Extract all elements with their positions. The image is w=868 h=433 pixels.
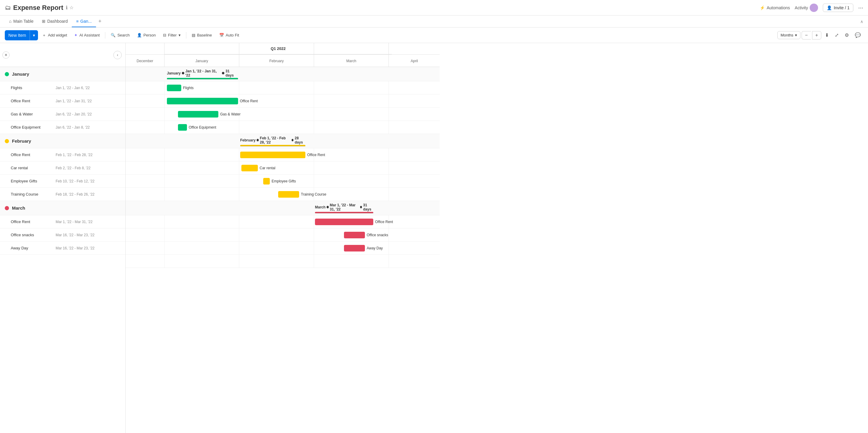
automations-button[interactable]: ⚡ Automations <box>760 5 790 10</box>
plus-icon: ＋ <box>42 33 46 38</box>
baseline-label: Baseline <box>197 33 212 37</box>
item-dates-flights: Jan 1, '22 - Jan 6, '22 <box>56 86 90 90</box>
automations-label: Automations <box>767 5 790 10</box>
office-rent-mar-bar-container: Office Rent <box>315 219 373 225</box>
training-course-bar-container: Training Course <box>278 191 299 198</box>
add-widget-label: Add widget <box>48 33 67 37</box>
expand-button[interactable]: ⤢ <box>832 31 841 40</box>
january-group-bar[interactable] <box>167 78 238 79</box>
download-button[interactable]: ⬇ <box>823 31 831 40</box>
january-duration: 31 days <box>225 69 238 77</box>
item-name-training-course: Training Course <box>11 192 56 196</box>
row-office-rent-mar: Office Rent Mar 1, '22 - Mar 31, '22 <box>0 215 125 228</box>
office-equipment-bar[interactable] <box>178 124 187 131</box>
office-rent-feb-bar[interactable] <box>240 152 305 158</box>
february-group-bar[interactable] <box>240 145 305 146</box>
info-button[interactable]: 💬 <box>852 31 863 40</box>
new-item-dropdown-arrow[interactable]: ▾ <box>30 30 38 40</box>
march-date-range: Mar 1, '22 - Mar 31, '22 <box>330 203 359 211</box>
header-left: 🗂 Expense Report ℹ ☆ <box>5 4 73 12</box>
person-label: Person <box>144 33 156 37</box>
gantt-right-panel: Q1 2022 December January February <box>126 43 868 433</box>
office-rent-mar-bar[interactable] <box>315 219 373 225</box>
filter-label: Filter <box>168 33 177 37</box>
flights-bar[interactable] <box>167 85 181 91</box>
info-icon[interactable]: ℹ <box>66 5 68 10</box>
more-options-button[interactable]: ··· <box>858 4 863 11</box>
january-dot2 <box>222 72 224 74</box>
star-icon[interactable]: ☆ <box>69 5 73 10</box>
settings-button[interactable]: ⚙ <box>842 31 851 40</box>
tab-main-table-label: Main Table <box>13 19 33 24</box>
gantt-row-flights: Flights <box>126 81 440 94</box>
group-name-january: January <box>12 71 29 76</box>
add-widget-button[interactable]: ＋ Add widget <box>39 31 70 40</box>
app-title: Expense Report <box>13 4 63 12</box>
months-dropdown-icon: ▾ <box>795 33 797 37</box>
tab-dashboard-label: Dashboard <box>47 19 68 24</box>
month-label-mar: March <box>314 55 389 67</box>
gantt-row-office-rent-feb: Office Rent <box>126 148 440 161</box>
person-button[interactable]: 👤 Person <box>134 31 159 39</box>
march-group-bar-header: March Mar 1, '22 - Mar 31, '22 31 days <box>315 203 373 211</box>
item-dates-car-rental: Feb 2, '22 - Feb 8, '22 <box>56 166 91 170</box>
collapse-button[interactable]: ‹ <box>113 51 122 59</box>
row-office-rent-feb: Office Rent Feb 1, '22 - Feb 28, '22 <box>0 148 125 161</box>
item-name-employee-gifts: Employee Gifts <box>11 179 56 183</box>
gas-water-bar[interactable] <box>178 111 218 118</box>
avatar <box>810 4 818 12</box>
group-dot-january <box>5 72 9 76</box>
item-dates-gas-water: Jan 6, '22 - Jan 20, '22 <box>56 112 92 116</box>
months-selector[interactable]: Months ▾ <box>777 31 801 39</box>
item-dates-office-rent-mar: Mar 1, '22 - Mar 31, '22 <box>56 220 92 224</box>
office-rent-feb-bar-container: Office Rent <box>240 152 305 158</box>
auto-fit-button[interactable]: 📅 Auto Fit <box>216 31 242 39</box>
person-icon: 👤 <box>827 5 832 10</box>
car-rental-bar[interactable] <box>241 165 258 171</box>
february-bar-label: February <box>240 138 255 142</box>
tab-dashboard[interactable]: ⊞ Dashboard <box>38 16 72 27</box>
zoom-in-button[interactable]: + <box>812 31 822 39</box>
item-name-office-equipment: Office Equipment <box>11 125 56 129</box>
flights-bar-container: Flights <box>167 85 181 91</box>
zoom-out-button[interactable]: − <box>802 31 811 39</box>
gantt-row-office-equipment: Office Equipment <box>126 121 440 134</box>
gantt-row-empty <box>126 255 440 268</box>
employee-gifts-label: Employee Gifts <box>272 179 296 183</box>
away-day-bar[interactable] <box>344 245 365 251</box>
clear-button[interactable]: ✕ <box>2 52 9 59</box>
month-header-feb: February <box>239 43 314 67</box>
ai-assistant-button[interactable]: ✦ AI Assistant <box>71 31 102 39</box>
group-dot-february <box>5 139 9 143</box>
app-logo-icon: 🗂 <box>5 4 11 11</box>
group-header-january: January <box>0 67 125 81</box>
baseline-button[interactable]: ▤ Baseline <box>189 31 215 39</box>
activity-button[interactable]: Activity <box>795 4 818 12</box>
add-tab-button[interactable]: + <box>96 18 104 25</box>
training-course-bar[interactable] <box>278 191 299 198</box>
item-name-car-rental: Car rental <box>11 166 56 170</box>
office-rent-jan-bar[interactable] <box>167 98 238 104</box>
gantt-icon: ≡ <box>76 19 79 24</box>
office-snacks-bar[interactable] <box>344 232 365 238</box>
march-group-bar[interactable] <box>315 212 373 213</box>
gantt-group-row-march: March Mar 1, '22 - Mar 31, '22 31 days <box>126 201 440 215</box>
dashboard-icon: ⊞ <box>42 19 45 24</box>
office-equipment-bar-container: Office Equipment <box>178 124 187 131</box>
invite-button[interactable]: 👤 Invite / 1 <box>823 4 854 12</box>
item-name-gas-water: Gas & Water <box>11 112 56 116</box>
search-button[interactable]: 🔍 Search <box>108 31 132 39</box>
new-item-button[interactable]: New Item ▾ <box>5 30 38 40</box>
group-dot-march <box>5 206 9 210</box>
january-group-bar-header: January Jan 1, '22 - Jan 31, '22 31 days <box>167 69 238 77</box>
employee-gifts-bar[interactable] <box>263 178 270 185</box>
filter-button[interactable]: ⊟ Filter ▾ <box>160 31 184 39</box>
gas-water-bar-container: Gas & Water <box>178 111 218 118</box>
tab-chevron[interactable]: ∧ <box>860 19 863 24</box>
row-office-equipment: Office Equipment Jan 6, '22 - Jan 8, '22 <box>0 121 125 134</box>
gantt-group-row-january: January Jan 1, '22 - Jan 31, '22 31 days <box>126 67 440 81</box>
tab-gantt[interactable]: ≡ Gan... <box>72 16 96 27</box>
tab-main-table[interactable]: ⌂ Main Table <box>5 16 38 27</box>
february-dot1 <box>257 139 258 141</box>
header-icons: ℹ ☆ <box>66 5 73 10</box>
